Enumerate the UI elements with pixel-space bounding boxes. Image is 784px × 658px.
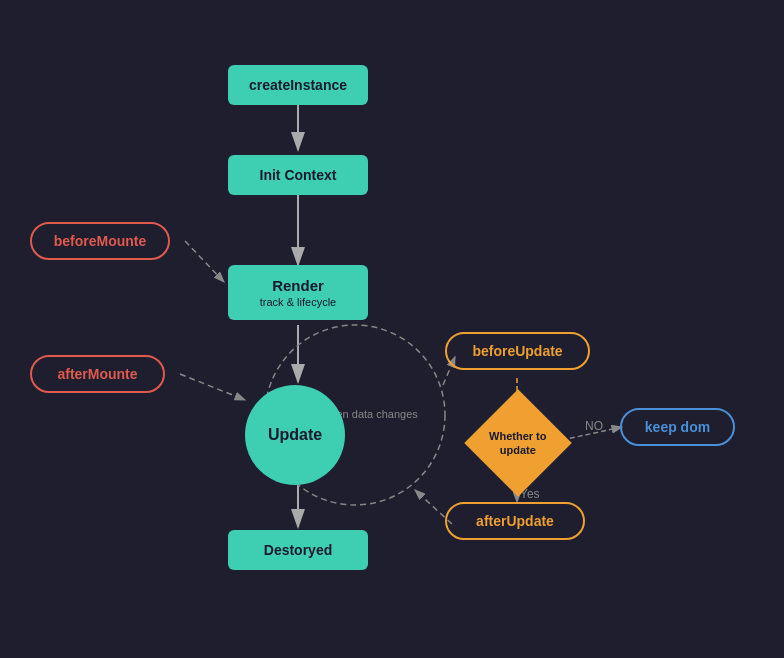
after-mounte-node: afterMounte [30, 355, 165, 393]
svg-line-7 [185, 241, 224, 282]
render-sublabel: track & lifecycle [260, 296, 336, 308]
update-label: Update [268, 426, 322, 444]
init-context-node: Init Context [228, 155, 368, 195]
whether-update-label: Whether to update [489, 430, 546, 456]
init-context-label: Init Context [260, 167, 337, 183]
svg-text:NO: NO [585, 419, 603, 433]
before-update-label: beforeUpdate [472, 343, 562, 359]
keep-dom-label: keep dom [645, 419, 710, 435]
after-update-label: afterUpdate [476, 513, 554, 529]
before-mounte-label: beforeMounte [54, 233, 147, 249]
keep-dom-node: keep dom [620, 408, 735, 446]
before-mounte-node: beforeMounte [30, 222, 170, 260]
after-update-node: afterUpdate [445, 502, 585, 540]
whether-to-update-node: Whether to update [480, 405, 556, 481]
destroyed-label: Destoryed [264, 542, 332, 558]
diagram-svg: NO Yes When data changes [0, 0, 784, 658]
destroyed-node: Destoryed [228, 530, 368, 570]
after-mounte-label: afterMounte [57, 366, 137, 382]
render-node: Render track & lifecycle [228, 265, 368, 320]
before-update-node: beforeUpdate [445, 332, 590, 370]
diagram-container: NO Yes When data changes createInstance … [0, 0, 784, 658]
create-instance-label: createInstance [249, 77, 347, 93]
render-label: Render [272, 277, 324, 294]
update-node: Update [245, 385, 345, 485]
svg-line-8 [180, 374, 245, 400]
create-instance-node: createInstance [228, 65, 368, 105]
